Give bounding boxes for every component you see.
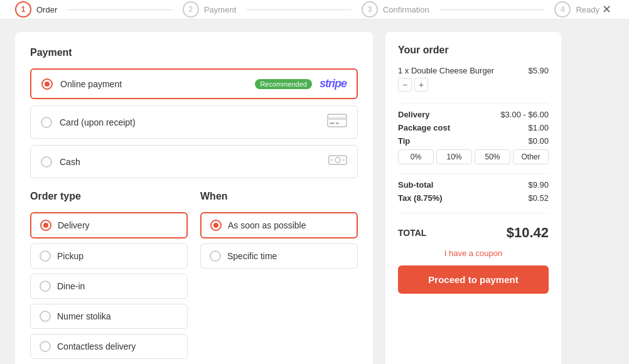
radio-contactless — [40, 341, 51, 352]
delivery-label: Delivery — [58, 220, 90, 230]
payment-option-cash[interactable]: Cash — [30, 145, 358, 178]
delivery-cost-value: $3.00 - $6.00 — [500, 110, 549, 119]
svg-point-5 — [335, 158, 340, 163]
tax-label: Tax (8.75%) — [398, 193, 443, 203]
order-type-col: Order type Delivery Pickup Dine-in Numer… — [30, 191, 188, 364]
divider-3 — [398, 213, 549, 213]
qty-plus-button[interactable]: + — [414, 78, 428, 92]
svg-rect-6 — [331, 159, 333, 161]
order-type-title: Order type — [30, 191, 188, 202]
step-3: 3 Confirmation — [362, 1, 429, 18]
when-col: When As soon as possible Specific time — [200, 191, 358, 364]
radio-online — [41, 78, 53, 90]
your-order-title: Your order — [398, 45, 549, 56]
radio-specific — [210, 250, 221, 262]
radio-dine-in — [40, 281, 51, 292]
tip-row: Tip $0.00 — [398, 136, 549, 146]
tip-buttons-row: 0% 10% 50% Other — [398, 149, 549, 164]
step-line-1 — [67, 9, 173, 10]
card-payment-label: Card (upon receipt) — [60, 117, 320, 127]
online-payment-label: Online payment — [60, 79, 247, 89]
contactless-label: Contactless delivery — [57, 341, 136, 351]
right-panel: Your order 1 x Double Cheese Burger − + … — [385, 32, 561, 364]
order-type-pickup[interactable]: Pickup — [30, 244, 188, 269]
divider-1 — [398, 103, 549, 104]
radio-card — [41, 117, 52, 128]
order-type-delivery[interactable]: Delivery — [30, 212, 188, 238]
step-1-circle: 1 — [15, 1, 31, 18]
pickup-label: Pickup — [57, 251, 83, 261]
radio-pickup — [40, 250, 51, 262]
order-type-dine-in[interactable]: Dine-in — [30, 274, 188, 299]
step-1-label: Order — [36, 5, 57, 14]
step-3-circle: 3 — [362, 1, 378, 18]
left-panel: Payment Online payment Recommended strip… — [15, 32, 373, 364]
delivery-row: Delivery $3.00 - $6.00 — [398, 110, 549, 119]
close-button[interactable]: ✕ — [599, 0, 614, 19]
cash-label: Cash — [60, 157, 321, 167]
tax-value: $0.52 — [528, 193, 549, 203]
step-line-2 — [246, 9, 352, 10]
order-type-numer-stolika[interactable]: Numer stolika — [30, 304, 188, 329]
divider-2 — [398, 173, 549, 174]
card-icon — [327, 114, 347, 131]
step-4: 4 Ready — [554, 1, 599, 18]
order-item-details: 1 x Double Cheese Burger − + — [398, 66, 494, 92]
numer-stolika-label: Numer stolika — [57, 311, 111, 321]
tip-50-button[interactable]: 50% — [475, 149, 510, 164]
step-1: 1 Order — [15, 1, 57, 18]
delivery-cost-label: Delivery — [398, 110, 430, 119]
svg-rect-2 — [330, 122, 335, 124]
svg-rect-1 — [328, 117, 347, 120]
subtotal-label: Sub-total — [398, 180, 433, 190]
step-2: 2 Payment — [183, 1, 236, 18]
tip-10-button[interactable]: 10% — [436, 149, 472, 164]
when-asap[interactable]: As soon as possible — [200, 212, 358, 238]
radio-numer-stolika — [40, 311, 51, 322]
total-label: TOTAL — [398, 228, 426, 238]
dine-in-label: Dine-in — [57, 281, 85, 291]
tip-other-button[interactable]: Other — [513, 149, 549, 164]
svg-rect-3 — [336, 122, 339, 124]
subtotal-value: $9.90 — [528, 180, 549, 190]
package-cost-value: $1.00 — [528, 123, 549, 132]
total-value: $10.42 — [507, 225, 549, 241]
qty-minus-button[interactable]: − — [398, 78, 412, 92]
qty-controls: − + — [398, 78, 494, 92]
step-4-circle: 4 — [554, 1, 571, 18]
specific-time-label: Specific time — [227, 251, 277, 261]
svg-rect-7 — [343, 159, 345, 161]
recommended-badge: Recommended — [255, 79, 312, 89]
tax-row: Tax (8.75%) $0.52 — [398, 193, 549, 203]
asap-label: As soon as possible — [228, 220, 306, 230]
steps: 1 Order 2 Payment 3 Confirmation 4 Ready — [15, 1, 599, 18]
payment-option-online[interactable]: Online payment Recommended stripe — [30, 68, 358, 99]
tip-label: Tip — [398, 136, 410, 146]
when-specific[interactable]: Specific time — [200, 244, 358, 269]
payment-section-title: Payment — [30, 47, 358, 58]
subtotal-row: Sub-total $9.90 — [398, 180, 549, 190]
step-line-3 — [439, 9, 545, 10]
proceed-button[interactable]: Proceed to payment — [398, 265, 549, 294]
radio-delivery — [40, 220, 51, 231]
tip-value: $0.00 — [528, 136, 549, 146]
order-item-price: $5.90 — [528, 66, 549, 75]
two-col: Order type Delivery Pickup Dine-in Numer… — [30, 191, 358, 364]
step-2-circle: 2 — [183, 1, 199, 18]
order-item-row: 1 x Double Cheese Burger − + $5.90 — [398, 66, 549, 92]
step-4-label: Ready — [576, 5, 599, 14]
coupon-link[interactable]: I have a coupon — [398, 249, 549, 258]
radio-asap — [210, 220, 222, 231]
order-type-contactless[interactable]: Contactless delivery — [30, 334, 188, 359]
package-row: Package cost $1.00 — [398, 123, 549, 132]
step-2-label: Payment — [204, 5, 236, 14]
payment-option-card[interactable]: Card (upon receipt) — [30, 105, 358, 139]
order-item-name: 1 x Double Cheese Burger — [398, 66, 494, 75]
radio-cash — [41, 156, 52, 168]
main-content: Payment Online payment Recommended strip… — [0, 19, 629, 364]
tip-0-button[interactable]: 0% — [398, 149, 434, 164]
stripe-logo: stripe — [320, 77, 347, 90]
top-bar: 1 Order 2 Payment 3 Confirmation 4 Ready… — [0, 0, 629, 19]
step-3-label: Confirmation — [383, 5, 429, 14]
svg-rect-0 — [328, 114, 347, 127]
